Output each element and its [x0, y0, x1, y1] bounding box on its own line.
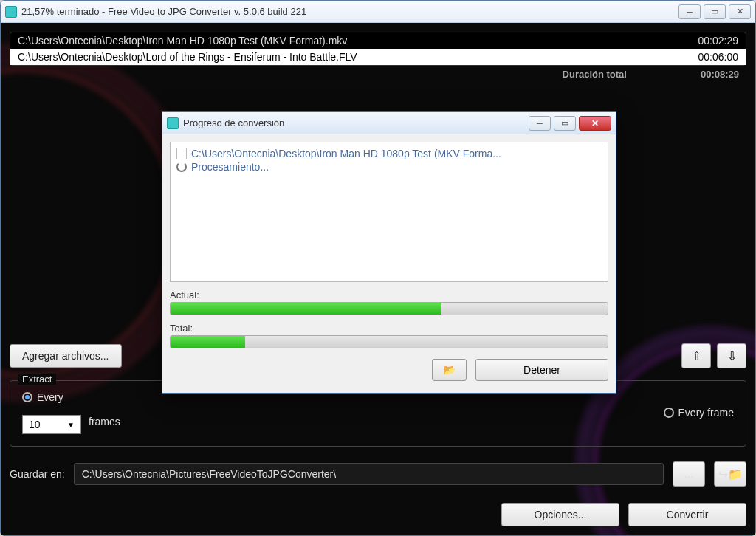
total-duration-row: Duración total 00:08:29: [10, 66, 746, 83]
move-down-button[interactable]: ⇩: [717, 343, 746, 368]
dialog-close-button[interactable]: ✕: [579, 116, 611, 131]
dialog-maximize-button[interactable]: ▭: [554, 116, 576, 131]
open-folder-button[interactable]: ↪📁: [714, 461, 746, 487]
progress-fill: [171, 336, 245, 348]
save-label: Guardar en:: [10, 468, 65, 480]
extract-legend: Extract: [18, 374, 56, 385]
window-title: 21,57% terminado - Free Video to JPG Con…: [21, 6, 678, 17]
app-icon: [167, 117, 179, 129]
file-path: C:\Users\Ontecnia\Desktop\Iron Man HD 10…: [18, 35, 347, 47]
actual-progress: [170, 302, 608, 315]
frames-value: 10: [29, 419, 41, 430]
radio-icon: [22, 392, 32, 402]
dialog-titlebar[interactable]: Progreso de conversión ─ ▭ ✕: [162, 112, 616, 134]
progress-dialog: Progreso de conversión ─ ▭ ✕ C:\Users\On…: [162, 111, 616, 394]
folder-open-icon: 📂: [443, 364, 456, 376]
convert-button[interactable]: Convertir: [628, 503, 746, 526]
radio-every-frame-label: Every frame: [678, 407, 734, 419]
main-window: 21,57% terminado - Free Video to JPG Con…: [0, 0, 756, 536]
radio-icon: [664, 408, 674, 418]
app-icon: [5, 6, 17, 18]
open-folder-icon: ↪📁: [718, 467, 743, 481]
main-titlebar[interactable]: 21,57% terminado - Free Video to JPG Con…: [1, 1, 755, 23]
browse-button[interactable]: ...: [673, 461, 705, 487]
arrow-up-icon: ⇧: [692, 349, 701, 363]
add-files-button[interactable]: Agregar archivos...: [10, 344, 122, 368]
frames-select[interactable]: 10 ▼: [22, 415, 81, 434]
file-row[interactable]: C:\Users\Ontecnia\Desktop\Lord of the Ri…: [10, 49, 746, 65]
dialog-file-path: C:\Users\Ontecnia\Desktop\Iron Man HD 10…: [191, 148, 501, 159]
file-duration: 00:02:29: [698, 35, 739, 47]
dialog-processing-text: Procesamiento...: [191, 161, 269, 173]
move-up-button[interactable]: ⇧: [681, 343, 711, 368]
options-button[interactable]: Opciones...: [501, 503, 619, 526]
radio-every[interactable]: Every: [22, 391, 120, 403]
total-label: Duración total: [563, 69, 627, 80]
list-item: C:\Users\Ontecnia\Desktop\Iron Man HD 10…: [176, 147, 602, 160]
file-icon: [176, 148, 187, 159]
file-path: C:\Users\Ontecnia\Desktop\Lord of the Ri…: [18, 51, 357, 63]
total-progress: [170, 335, 608, 348]
ellipsis-icon: ...: [684, 467, 693, 481]
list-item: Procesamiento...: [176, 160, 602, 173]
dialog-title: Progreso de conversión: [183, 117, 529, 128]
chevron-down-icon: ▼: [67, 421, 75, 429]
dialog-minimize-button[interactable]: ─: [529, 116, 551, 131]
total-progress-label: Total:: [170, 323, 608, 334]
radio-every-frame[interactable]: Every frame: [664, 407, 734, 419]
close-button[interactable]: ✕: [729, 4, 751, 19]
file-list[interactable]: C:\Users\Ontecnia\Desktop\Iron Man HD 10…: [10, 32, 746, 66]
arrow-down-icon: ⇩: [727, 349, 737, 363]
file-duration: 00:06:00: [698, 51, 739, 63]
radio-every-label: Every: [37, 391, 63, 403]
total-duration: 00:08:29: [701, 69, 739, 80]
stop-button[interactable]: Detener: [475, 359, 608, 381]
frames-unit: frames: [89, 416, 120, 427]
maximize-button[interactable]: ▭: [704, 4, 726, 19]
save-path-input[interactable]: C:\Users\Ontecnia\Pictures\FreeVideoToJP…: [74, 463, 664, 485]
progress-fill: [171, 303, 441, 315]
open-output-button[interactable]: 📂: [432, 359, 467, 381]
processing-icon: [176, 162, 187, 172]
actual-label: Actual:: [170, 289, 608, 300]
minimize-button[interactable]: ─: [678, 4, 701, 19]
dialog-file-list: C:\Users\Ontecnia\Desktop\Iron Man HD 10…: [170, 142, 608, 282]
file-row[interactable]: C:\Users\Ontecnia\Desktop\Iron Man HD 10…: [10, 32, 746, 49]
